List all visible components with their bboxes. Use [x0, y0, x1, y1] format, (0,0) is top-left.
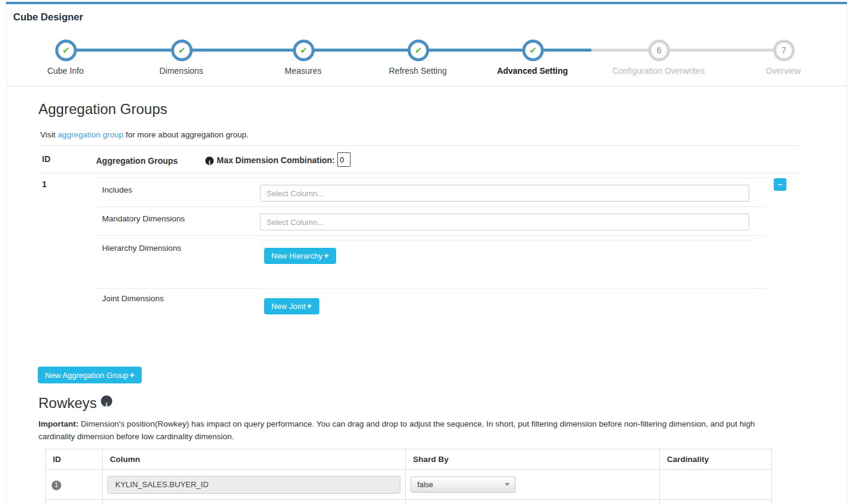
row-divider [96, 288, 767, 289]
rowkeys-heading-text: Rowkeys [38, 395, 97, 411]
rowkeys-table: ID Column Shard By Cardinality 1 KYLIN_S… [45, 449, 772, 504]
check-icon [178, 45, 186, 56]
info-icon [205, 157, 214, 165]
joint-dimensions-label: Joint Dimensions [102, 294, 164, 303]
help-text-prefix: Visit [40, 130, 58, 139]
shard-by-select[interactable]: false [411, 476, 516, 493]
step-circle-measures[interactable] [293, 40, 315, 61]
rowkeys-col-column: Column [103, 449, 406, 470]
mandatory-dimensions-label: Mandatory Dimensions [102, 214, 185, 223]
caret-down-icon [505, 483, 510, 486]
plus-icon [306, 302, 312, 311]
step-number: 6 [657, 46, 662, 55]
panel-top-accent-bar [6, 2, 847, 4]
rowkeys-header-row: ID Column Shard By Cardinality [46, 449, 772, 470]
step-label-dimensions[interactable]: Dimensions [115, 66, 247, 76]
step-label-advanced-setting[interactable]: Advanced Setting [466, 66, 598, 76]
rowkey-id-badge: 1 [52, 481, 61, 490]
agg-group-id: 1 [42, 179, 47, 189]
important-label: Important: [38, 419, 79, 428]
sub-divider [260, 293, 752, 293]
includes-select-input[interactable] [260, 185, 749, 202]
rowkey-row [46, 500, 772, 504]
rowkeys-col-cardinality: Cardinality [660, 449, 772, 470]
remove-aggregation-group-button[interactable] [774, 178, 786, 191]
shard-by-value: false [417, 481, 433, 489]
max-dim-combination-label: Max Dimension Combination: [205, 155, 335, 165]
step-circle-refresh-setting[interactable] [408, 40, 429, 61]
new-aggregation-group-button[interactable]: New Aggregation Group [38, 367, 142, 383]
help-text-suffix: for more about aggregation group. [124, 130, 249, 139]
step-circle-advanced-setting[interactable] [522, 40, 544, 61]
rowkey-row: 1 KYLIN_SALES.BUYER_ID false [46, 470, 772, 500]
rowkeys-col-id: ID [46, 449, 103, 470]
step-label-configuration-overwrites[interactable]: Configuration Overwrites [592, 66, 725, 76]
check-icon [62, 45, 70, 56]
check-icon [529, 45, 537, 56]
includes-label: Includes [102, 185, 132, 194]
step-circle-configuration-overwrites[interactable]: 6 [648, 40, 670, 61]
check-icon [415, 45, 423, 56]
new-joint-button[interactable]: New Joint [264, 298, 319, 314]
table-divider [38, 173, 800, 173]
row-divider [96, 178, 767, 178]
step-number: 7 [782, 46, 786, 55]
step-label-cube-info[interactable]: Cube Info [0, 66, 131, 76]
mandatory-select-input[interactable] [260, 214, 749, 230]
aggregation-help-line: Visit aggregation group for more about a… [40, 130, 249, 139]
step-label-measures[interactable]: Measures [237, 66, 369, 76]
section-divider [6, 86, 847, 86]
wizard-progress-line-done [65, 49, 591, 52]
sub-divider [260, 240, 752, 241]
step-circle-cube-info[interactable] [55, 40, 77, 61]
rowkey-cardinality-cell [660, 470, 772, 500]
page-title: Cube Designer [13, 11, 83, 23]
rowkey-column-field[interactable]: KYLIN_SALES.BUYER_ID [107, 476, 400, 494]
step-label-refresh-setting[interactable]: Refresh Setting [352, 66, 484, 76]
row-divider [96, 206, 767, 207]
agg-col-header-id: ID [42, 154, 50, 164]
important-text: Dimension's position(Rowkey) has impact … [38, 419, 755, 441]
aggregation-groups-heading: Aggregation Groups [38, 101, 167, 118]
wizard-progress-line-todo [591, 49, 783, 52]
row-divider [96, 235, 767, 236]
step-circle-overview[interactable]: 7 [773, 40, 795, 61]
rowkeys-col-shard-by: Shard By [406, 449, 660, 470]
hierarchy-dimensions-label: Hierarchy Dimensions [102, 244, 181, 253]
agg-col-header-groups: Aggregation Groups [96, 156, 178, 166]
plus-icon [128, 371, 134, 380]
check-icon [300, 45, 308, 56]
panel-right-border [846, 4, 847, 504]
new-aggregation-group-label: New Aggregation Group [45, 371, 128, 380]
rowkeys-heading: Rowkeys [38, 395, 115, 412]
minus-icon [778, 180, 783, 189]
panel-left-border [6, 4, 7, 504]
table-divider [38, 145, 800, 146]
new-hierarchy-button-label: New Hierarchy [271, 251, 322, 260]
plus-icon [322, 251, 328, 260]
step-label-overview[interactable]: Overview [717, 66, 849, 76]
rowkeys-important-note: Important: Dimension's position(Rowkey) … [38, 418, 792, 443]
info-icon[interactable] [101, 395, 112, 407]
max-dim-label-text: Max Dimension Combination: [217, 155, 335, 165]
max-dim-combination-input[interactable] [337, 152, 351, 167]
aggregation-group-link[interactable]: aggregation group [58, 130, 124, 139]
new-hierarchy-button[interactable]: New Hierarchy [264, 248, 336, 264]
step-circle-dimensions[interactable] [171, 40, 193, 61]
new-joint-button-label: New Joint [271, 302, 306, 311]
